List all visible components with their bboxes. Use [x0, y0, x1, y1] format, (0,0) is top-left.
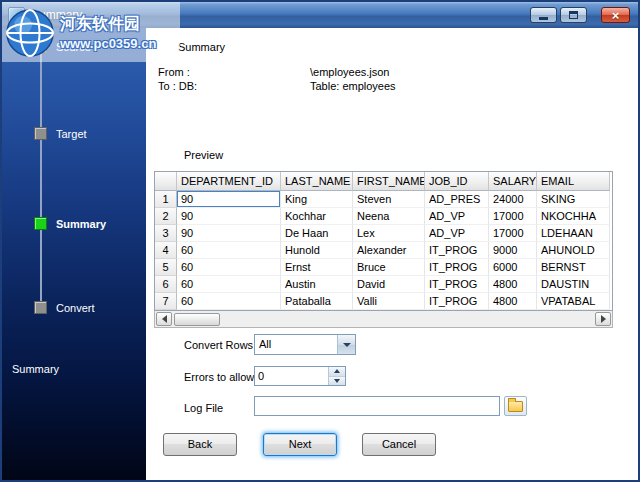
- step-marker-convert: [34, 301, 47, 314]
- step-label-summary: Summary: [56, 218, 106, 230]
- window-controls: ×: [530, 7, 630, 23]
- row-number[interactable]: 1: [155, 191, 177, 208]
- log-file-input[interactable]: [254, 396, 500, 416]
- table-row: 6 60 Austin David IT_PROG 4800 DAUSTIN: [155, 276, 612, 293]
- next-button[interactable]: Next: [263, 433, 337, 456]
- to-value: Table: employees: [310, 80, 396, 92]
- column-header-email[interactable]: EMAIL: [537, 172, 610, 191]
- grid-cell[interactable]: BERNST: [537, 259, 610, 276]
- grid-cell[interactable]: SKING: [537, 191, 610, 208]
- summary-panel: Summary From : \employees.json To : DB: …: [146, 28, 638, 480]
- grid-cell[interactable]: AD_VP: [425, 225, 489, 242]
- errors-to-allow-input[interactable]: [255, 367, 328, 385]
- convert-rows-dropdown[interactable]: All: [254, 334, 356, 355]
- scroll-right-button[interactable]: [595, 312, 611, 326]
- column-header-department-id[interactable]: DEPARTMENT_ID: [177, 172, 281, 191]
- table-row: 5 60 Ernst Bruce IT_PROG 6000 BERNST: [155, 259, 612, 276]
- row-number[interactable]: 6: [155, 276, 177, 293]
- grid-cell[interactable]: Alexander: [353, 242, 425, 259]
- grid-cell[interactable]: AD_PRES: [425, 191, 489, 208]
- grid-cell[interactable]: AHUNOLD: [537, 242, 610, 259]
- grid-cell[interactable]: Hunold: [281, 242, 353, 259]
- close-button[interactable]: ×: [601, 7, 630, 23]
- grid-corner: [155, 172, 177, 191]
- grid-cell[interactable]: 60: [177, 242, 281, 259]
- row-number[interactable]: 5: [155, 259, 177, 276]
- errors-to-allow-stepper: [254, 366, 346, 386]
- column-header-salary[interactable]: SALARY: [489, 172, 537, 191]
- log-file-label: Log File: [184, 402, 223, 414]
- grid-cell[interactable]: Pataballa: [281, 293, 353, 310]
- back-button[interactable]: Back: [163, 433, 237, 456]
- maximize-icon: [569, 11, 578, 19]
- grid-cell[interactable]: Steven: [353, 191, 425, 208]
- grid-cell[interactable]: 60: [177, 293, 281, 310]
- grid-cell[interactable]: AD_VP: [425, 208, 489, 225]
- grid-cell[interactable]: NKOCHHA: [537, 208, 610, 225]
- grid-cell[interactable]: 90: [177, 225, 281, 242]
- grid-cell[interactable]: Neena: [353, 208, 425, 225]
- grid-cell[interactable]: Ernst: [281, 259, 353, 276]
- grid-cell[interactable]: Lex: [353, 225, 425, 242]
- current-step-label: Summary: [12, 363, 59, 375]
- convert-rows-value: All: [255, 335, 337, 354]
- target-db-line: To : DB: Table: employees: [158, 80, 197, 92]
- dropdown-button[interactable]: [337, 335, 355, 354]
- grid-cell[interactable]: 17000: [489, 225, 537, 242]
- minimize-button[interactable]: [530, 7, 557, 23]
- table-row: 2 90 Kochhar Neena AD_VP 17000 NKOCHHA: [155, 208, 612, 225]
- grid-cell[interactable]: King: [281, 191, 353, 208]
- spin-down-button[interactable]: [329, 377, 345, 386]
- grid-cell[interactable]: Valli: [353, 293, 425, 310]
- grid-table: DEPARTMENT_ID LAST_NAME FIRST_NAME JOB_I…: [154, 171, 613, 311]
- grid-cell[interactable]: David: [353, 276, 425, 293]
- table-row: 1 90 King Steven AD_PRES 24000 SKING: [155, 191, 612, 208]
- maximize-button[interactable]: [560, 7, 587, 23]
- step-connector-line: [40, 48, 42, 310]
- row-number[interactable]: 4: [155, 242, 177, 259]
- grid-cell[interactable]: Austin: [281, 276, 353, 293]
- grid-cell[interactable]: DAUSTIN: [537, 276, 610, 293]
- row-number[interactable]: 2: [155, 208, 177, 225]
- wizard-steps-sidebar: Source Target Summary Convert Summary: [2, 28, 146, 480]
- grid-cell[interactable]: IT_PROG: [425, 293, 489, 310]
- grid-cell[interactable]: De Haan: [281, 225, 353, 242]
- grid-cell[interactable]: 17000: [489, 208, 537, 225]
- grid-cell[interactable]: Kochhar: [281, 208, 353, 225]
- window-body: Source Target Summary Convert Summary Su…: [2, 28, 638, 480]
- horizontal-scrollbar[interactable]: [154, 311, 613, 328]
- grid-cell[interactable]: Bruce: [353, 259, 425, 276]
- grid-header-row: DEPARTMENT_ID LAST_NAME FIRST_NAME JOB_I…: [155, 172, 612, 191]
- spin-up-button[interactable]: [329, 367, 345, 377]
- cancel-button[interactable]: Cancel: [362, 433, 436, 456]
- grid-cell[interactable]: 4800: [489, 293, 537, 310]
- row-number[interactable]: 3: [155, 225, 177, 242]
- grid-cell[interactable]: 60: [177, 259, 281, 276]
- column-header-last-name[interactable]: LAST_NAME: [281, 172, 353, 191]
- step-marker-summary-active: [34, 217, 47, 230]
- step-marker-target: [34, 127, 47, 140]
- scroll-left-button[interactable]: [156, 312, 172, 326]
- from-value: \employees.json: [310, 66, 390, 78]
- table-row: 3 90 De Haan Lex AD_VP 17000 LDEHAAN: [155, 225, 612, 242]
- to-label: To : DB:: [158, 80, 197, 92]
- spinner-buttons: [328, 367, 345, 385]
- grid-cell[interactable]: 90: [177, 208, 281, 225]
- column-header-first-name[interactable]: FIRST_NAME: [353, 172, 425, 191]
- grid-cell[interactable]: 4800: [489, 276, 537, 293]
- scrollbar-thumb[interactable]: [174, 313, 220, 326]
- titlebar: Summary ×: [2, 2, 638, 28]
- grid-cell[interactable]: IT_PROG: [425, 242, 489, 259]
- column-header-job-id[interactable]: JOB_ID: [425, 172, 489, 191]
- grid-cell[interactable]: VPATABAL: [537, 293, 610, 310]
- grid-cell[interactable]: 60: [177, 276, 281, 293]
- grid-cell[interactable]: 9000: [489, 242, 537, 259]
- row-number[interactable]: 7: [155, 293, 177, 310]
- grid-cell-selected[interactable]: 90: [177, 191, 281, 208]
- grid-cell[interactable]: LDEHAAN: [537, 225, 610, 242]
- browse-log-file-button[interactable]: [504, 396, 527, 416]
- grid-cell[interactable]: 6000: [489, 259, 537, 276]
- grid-cell[interactable]: IT_PROG: [425, 276, 489, 293]
- grid-cell[interactable]: 24000: [489, 191, 537, 208]
- grid-cell[interactable]: IT_PROG: [425, 259, 489, 276]
